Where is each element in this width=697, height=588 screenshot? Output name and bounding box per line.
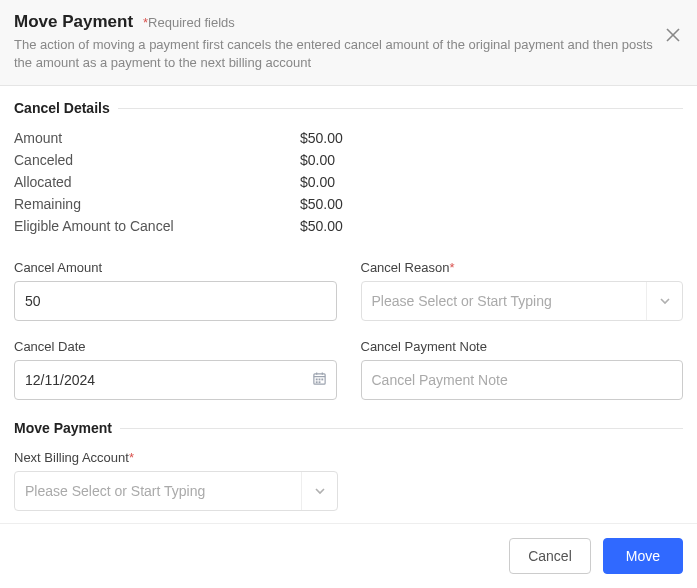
next-billing-account-placeholder: Please Select or Start Typing: [15, 472, 301, 510]
section-cancel-details: Cancel Details: [14, 100, 683, 116]
cancel-amount-input[interactable]: [14, 281, 337, 321]
cancel-button[interactable]: Cancel: [509, 538, 591, 574]
details-row-eligible: Eligible Amount to Cancel $50.00: [14, 218, 683, 234]
close-icon: [665, 27, 681, 46]
details-row-allocated: Allocated $0.00: [14, 174, 683, 190]
dialog-header: Move Payment *Required fields The action…: [0, 0, 697, 86]
cancel-reason-select[interactable]: Please Select or Start Typing: [361, 281, 684, 321]
dialog-body: Cancel Details Amount $50.00 Canceled $0…: [0, 86, 697, 525]
cancel-details-grid: Amount $50.00 Canceled $0.00 Allocated $…: [14, 130, 683, 234]
details-row-amount: Amount $50.00: [14, 130, 683, 146]
required-fields-hint: *Required fields: [143, 15, 235, 30]
label-next-billing-account: Next Billing Account*: [14, 450, 338, 465]
label-cancel-note: Cancel Payment Note: [361, 339, 684, 354]
cancel-note-input[interactable]: [361, 360, 684, 400]
label-cancel-amount: Cancel Amount: [14, 260, 337, 275]
field-cancel-date: Cancel Date: [14, 339, 337, 400]
cancel-form-grid: Cancel Amount Cancel Reason* Please Sele…: [14, 260, 683, 400]
section-move-payment: Move Payment: [14, 420, 683, 436]
close-button[interactable]: [663, 26, 683, 46]
dialog-description: The action of moving a payment first can…: [14, 36, 654, 71]
label-cancel-date: Cancel Date: [14, 339, 337, 354]
chevron-down-icon: [301, 472, 337, 510]
cancel-reason-placeholder: Please Select or Start Typing: [362, 282, 647, 320]
field-cancel-note: Cancel Payment Note: [361, 339, 684, 400]
header-title-row: Move Payment *Required fields: [14, 12, 683, 32]
label-cancel-reason: Cancel Reason*: [361, 260, 684, 275]
chevron-down-icon: [646, 282, 682, 320]
field-next-billing-account: Next Billing Account* Please Select or S…: [14, 450, 338, 511]
field-cancel-amount: Cancel Amount: [14, 260, 337, 321]
next-billing-account-select[interactable]: Please Select or Start Typing: [14, 471, 338, 511]
details-row-canceled: Canceled $0.00: [14, 152, 683, 168]
move-button[interactable]: Move: [603, 538, 683, 574]
field-cancel-reason: Cancel Reason* Please Select or Start Ty…: [361, 260, 684, 321]
dialog-footer: Cancel Move: [0, 523, 697, 588]
dialog-title: Move Payment: [14, 12, 133, 32]
details-row-remaining: Remaining $50.00: [14, 196, 683, 212]
cancel-date-input[interactable]: [14, 360, 337, 400]
